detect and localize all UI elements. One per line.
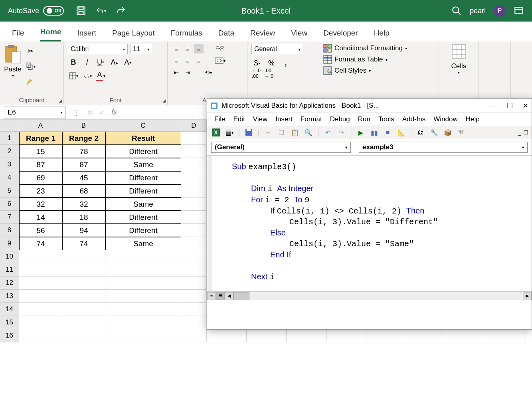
vba-menu-file[interactable]: File [214, 115, 225, 123]
view-full-icon[interactable]: ≡ [207, 292, 216, 300]
row-header[interactable]: 15 [0, 316, 19, 329]
copy-icon[interactable]: ▾ [25, 61, 36, 72]
reset-icon[interactable]: ■ [383, 128, 393, 137]
redo-icon[interactable]: ↷ [336, 128, 346, 137]
column-header[interactable]: B [62, 120, 105, 132]
excel-icon[interactable]: X [211, 128, 221, 137]
scroll-right-icon[interactable]: ▶ [523, 292, 532, 300]
toolbox-icon[interactable]: 🛠 [457, 128, 466, 137]
fill-color-icon[interactable]: ▾ [81, 70, 93, 81]
row-header[interactable]: 12 [0, 277, 19, 290]
cell[interactable] [19, 303, 62, 316]
orientation-icon[interactable]: ⟲▾ [204, 68, 213, 77]
increase-font-icon[interactable]: A▴ [109, 57, 120, 68]
tab-view[interactable]: View [291, 29, 307, 41]
tab-developer[interactable]: Developer [323, 29, 358, 41]
cell[interactable] [62, 316, 105, 329]
cell[interactable]: 69 [19, 171, 62, 184]
row-header[interactable]: 4 [0, 171, 19, 184]
tab-home[interactable]: Home [40, 28, 61, 41]
options-icon[interactable]: ⋮ [73, 108, 80, 117]
cell[interactable] [19, 263, 62, 277]
row-header[interactable]: 6 [0, 198, 19, 211]
row-header[interactable]: 10 [0, 250, 19, 263]
cell[interactable] [105, 290, 181, 303]
cell[interactable] [62, 329, 105, 342]
horizontal-scrollbar[interactable]: ≡ ≣ ◀ ▶ [207, 291, 532, 300]
cell[interactable] [486, 329, 526, 342]
cell[interactable] [181, 277, 207, 290]
vba-menu-edit[interactable]: Edit [233, 115, 245, 123]
tab-data[interactable]: Data [218, 29, 234, 41]
cell[interactable] [181, 290, 207, 303]
decrease-decimal-icon[interactable]: .00→.0 [264, 69, 274, 78]
format-painter-icon[interactable] [25, 76, 36, 87]
vba-menu-debug[interactable]: Debug [330, 115, 350, 123]
cell[interactable]: 56 [19, 224, 62, 237]
cell[interactable]: 74 [62, 237, 105, 250]
align-right-icon[interactable]: ≡ [194, 56, 204, 65]
insert-module-icon[interactable]: ▦▾ [225, 128, 234, 137]
cell[interactable] [181, 211, 207, 224]
borders-icon[interactable]: ▾ [68, 70, 79, 81]
tab-insert[interactable]: Insert [77, 29, 96, 41]
cell[interactable] [19, 316, 62, 329]
cell[interactable]: Different [105, 211, 181, 224]
cell[interactable] [446, 329, 486, 342]
number-format-select[interactable]: General▾ [251, 44, 303, 54]
vba-menu-insert[interactable]: Insert [275, 115, 293, 123]
cell[interactable] [181, 237, 207, 250]
cell[interactable]: 94 [62, 224, 105, 237]
vba-menu-help[interactable]: Help [466, 115, 480, 123]
properties-icon[interactable]: 🔧 [429, 128, 439, 137]
cell[interactable] [326, 329, 366, 342]
cell[interactable] [247, 329, 287, 342]
maximize-icon[interactable]: ☐ [506, 101, 513, 110]
cell[interactable] [181, 303, 207, 316]
design-mode-icon[interactable]: 📐 [397, 128, 406, 137]
cell[interactable]: Different [105, 145, 181, 158]
cell[interactable] [181, 184, 207, 198]
cell[interactable] [62, 250, 105, 263]
run-icon[interactable]: ▶ [356, 128, 366, 137]
cell[interactable] [181, 329, 207, 342]
tab-help[interactable]: Help [374, 29, 390, 41]
autosave-control[interactable]: AutoSave Off [8, 6, 64, 16]
cell[interactable] [105, 329, 181, 342]
column-header[interactable]: C [105, 120, 181, 132]
redo-icon[interactable] [116, 6, 126, 16]
cell[interactable]: 45 [62, 171, 105, 184]
scroll-thumb[interactable] [233, 292, 249, 300]
cell[interactable]: Result [105, 132, 181, 145]
cell[interactable] [62, 290, 105, 303]
cell[interactable] [366, 329, 406, 342]
cell[interactable]: 87 [62, 158, 105, 171]
increase-indent-icon[interactable]: ⇥ [183, 68, 192, 77]
cell[interactable]: Range 1 [19, 132, 62, 145]
cut-icon[interactable]: ✂ [263, 128, 273, 137]
cell[interactable]: 87 [19, 158, 62, 171]
increase-decimal-icon[interactable]: ←.0.00 [251, 69, 261, 78]
row-header[interactable]: 5 [0, 184, 19, 198]
code-editor[interactable]: Sub example3() Dim i As Integer For i = … [207, 156, 532, 291]
object-browser-icon[interactable]: 📦 [443, 128, 453, 137]
row-header[interactable]: 2 [0, 145, 19, 158]
undo-icon[interactable]: ↶ [323, 128, 332, 137]
row-header[interactable]: 3 [0, 158, 19, 171]
cell[interactable] [406, 329, 446, 342]
cell[interactable] [19, 250, 62, 263]
italic-button[interactable]: I [81, 57, 93, 68]
font-name-select[interactable]: Calibri▾ [68, 44, 128, 54]
cell[interactable] [287, 329, 326, 342]
cell[interactable] [181, 263, 207, 277]
decrease-indent-icon[interactable]: ⇤ [172, 68, 181, 77]
view-proc-icon[interactable]: ≣ [216, 292, 225, 300]
copy-icon[interactable]: ❐ [277, 128, 286, 137]
cell[interactable] [62, 303, 105, 316]
autosave-toggle[interactable]: Off [43, 6, 64, 16]
font-size-select[interactable]: 11▾ [130, 44, 152, 54]
paste-icon[interactable]: 📋 [290, 128, 300, 137]
tab-page-layout[interactable]: Page Layout [112, 29, 155, 41]
cell[interactable] [62, 263, 105, 277]
font-color-icon[interactable]: A▾ [95, 70, 106, 81]
